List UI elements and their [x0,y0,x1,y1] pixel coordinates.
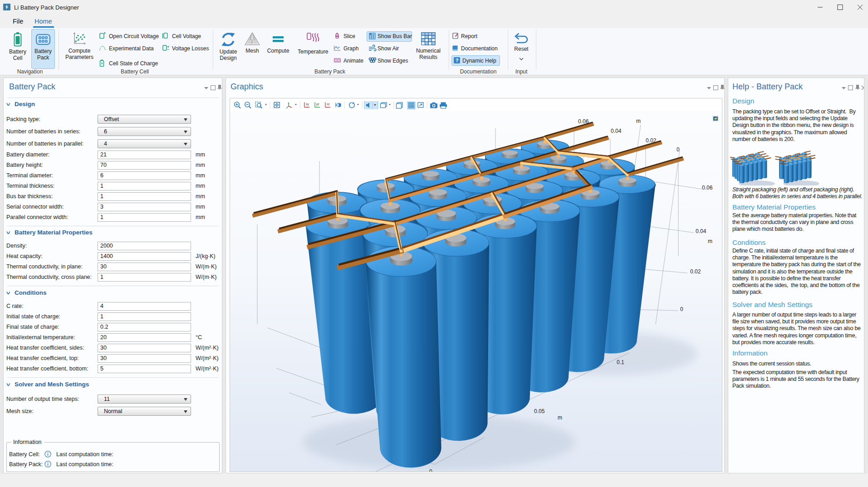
svg-text:0: 0 [677,146,680,153]
svg-text:0.06: 0.06 [702,185,713,191]
svg-text:0.04: 0.04 [611,128,622,134]
svg-text:0.1: 0.1 [617,359,624,365]
svg-text:xy: xy [306,102,309,106]
svg-text:0.05: 0.05 [534,408,545,414]
svg-text:?: ? [456,58,459,63]
svg-text:0.06: 0.06 [578,118,589,125]
svg-text:m: m [636,118,641,124]
svg-text:0.02: 0.02 [646,137,657,144]
svg-text:m: m [558,414,562,421]
svg-text:0.02: 0.02 [690,268,701,275]
svg-text:m: m [708,238,712,244]
svg-text:0.04: 0.04 [696,228,706,234]
svg-text:0: 0 [680,306,683,312]
svg-text:yz: yz [316,102,319,106]
svg-text:xz: xz [327,102,330,106]
svg-text:0: 0 [429,468,432,472]
